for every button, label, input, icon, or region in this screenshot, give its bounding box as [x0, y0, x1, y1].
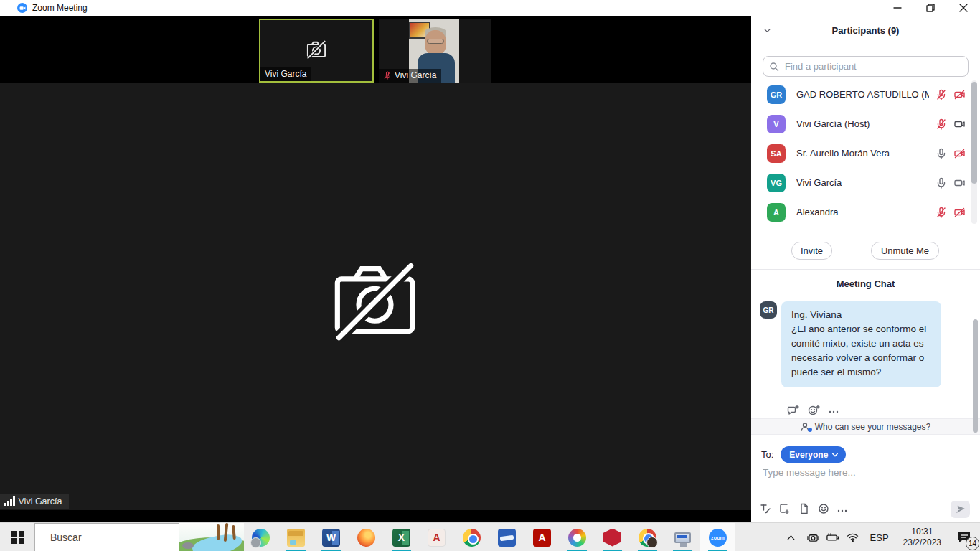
tray-clock[interactable]: 10:31 23/2/2023 [896, 523, 948, 551]
participant-list: GR GAD ROBERTO ASTUDILLO (Me) V Vivi Gar… [751, 80, 980, 227]
mic-on-icon [936, 148, 947, 159]
taskbar-edge-icon[interactable] [243, 523, 278, 551]
taskbar-search-input[interactable] [49, 531, 182, 544]
camera-on-icon [953, 177, 966, 189]
video-stage: Vivi García Vivi García [0, 16, 751, 522]
tray-language[interactable]: ESP [863, 523, 896, 551]
participant-name: GAD ROBERTO ASTUDILLO (Me) [796, 89, 929, 100]
taskbar-firefox-icon[interactable] [349, 523, 384, 551]
taskbar-word-icon[interactable]: W [314, 523, 349, 551]
windows-logo-icon [11, 531, 24, 544]
participant-name: Sr. Aurelio Morán Vera [796, 148, 890, 159]
avatar: GR [767, 85, 786, 104]
participant-name: Vivi García (Host) [796, 118, 870, 129]
participant-search[interactable] [763, 56, 969, 77]
participant-name: Alexandra [796, 207, 839, 217]
privacy-note-bar[interactable]: Who can see your messages? [751, 418, 980, 435]
section-divider [751, 269, 980, 270]
taskbar-bell-app-icon[interactable] [595, 523, 630, 551]
window-title: Zoom Meeting [32, 3, 88, 13]
participant-row[interactable]: GR GAD ROBERTO ASTUDILLO (Me) [751, 80, 980, 109]
title-bar: Zoom Meeting [0, 0, 980, 16]
participant-name: Vivi García [796, 177, 842, 188]
start-button[interactable] [4, 523, 32, 551]
thumbnail-name-label: Vivi García [379, 69, 441, 83]
participant-search-input[interactable] [783, 60, 962, 72]
notification-count-badge: 14 [966, 537, 979, 550]
avatar: A [767, 203, 786, 222]
search-highlight-image[interactable] [179, 523, 244, 551]
avatar: SA [767, 144, 786, 163]
muted-mic-icon [936, 207, 947, 218]
tray-action-center[interactable]: 14 [948, 523, 980, 551]
zoom-app-icon [17, 3, 27, 13]
taskbar-remote-pc-app-icon[interactable] [665, 523, 700, 551]
participant-row[interactable]: VG Vivi García [751, 168, 980, 197]
minimize-button[interactable] [881, 0, 914, 16]
tray-wifi-icon[interactable] [843, 523, 863, 551]
taskbar-excel-icon[interactable]: X [384, 523, 419, 551]
quote-reply-icon[interactable] [787, 405, 799, 415]
tray-battery-icon[interactable] [823, 523, 843, 551]
taskbar-search[interactable] [34, 523, 179, 551]
tray-date: 23/2/2023 [903, 537, 941, 548]
muted-mic-icon [383, 71, 392, 80]
camera-off-icon [953, 148, 966, 159]
zoom-meeting-window: Zoom Meeting [0, 0, 980, 551]
invite-button[interactable]: Invite [791, 242, 832, 260]
taskbar-chrome-icon[interactable] [454, 523, 489, 551]
taskbar: W X A A zoom ESP [0, 522, 980, 551]
screenshot-icon[interactable] [779, 503, 791, 514]
video-thumbnail-speaker[interactable]: Vivi García [379, 19, 491, 83]
muted-mic-icon [936, 89, 947, 100]
more-actions-icon[interactable] [829, 403, 839, 416]
video-thumbnail-active-speaker[interactable]: Vivi García [259, 19, 374, 83]
taskbar-chrome-profile-icon[interactable] [630, 523, 665, 551]
recipient-selector[interactable]: Everyone [781, 446, 846, 463]
tray-time: 10:31 [903, 527, 941, 537]
taskbar-colorwheel-app-icon[interactable] [560, 523, 595, 551]
chat-message-input[interactable] [761, 466, 962, 479]
avatar: V [767, 115, 786, 133]
emoji-icon[interactable] [818, 503, 829, 514]
chat-message-text: ¿El año anterior se conformo el comité m… [791, 322, 931, 380]
participant-row[interactable]: SA Sr. Aurelio Morán Vera [751, 138, 980, 168]
stage-bottom-strip [0, 510, 751, 522]
chat-message-bubble: Ing. Viviana ¿El año anterior se conform… [781, 301, 941, 387]
file-attach-icon[interactable] [798, 503, 810, 514]
taskbar-zoom-icon[interactable]: zoom [700, 523, 735, 551]
emoji-reaction-icon[interactable] [808, 405, 820, 415]
taskbar-scanner-icon[interactable] [489, 523, 524, 551]
participants-header: Participants (9) [751, 25, 980, 36]
side-panel: Participants (9) GR GAD ROBERTO ASTUDILL… [751, 16, 980, 522]
camera-off-icon [953, 207, 966, 218]
tray-show-hidden-icons[interactable] [779, 523, 804, 551]
chat-avatar: GR [760, 301, 777, 319]
collapse-participants-chevron-icon[interactable] [763, 26, 772, 35]
participant-row[interactable]: A Alexandra [751, 197, 980, 227]
self-name-label: Vivi García [0, 494, 69, 509]
restore-button[interactable] [914, 0, 947, 16]
connection-signal-icon [4, 496, 15, 506]
filmstrip: Vivi García Vivi García [0, 16, 751, 83]
taskbar-file-explorer-icon[interactable] [278, 523, 314, 551]
participants-scrollbar[interactable] [971, 82, 977, 184]
thumbnail-name-label: Vivi García [260, 67, 311, 81]
more-tools-icon[interactable] [837, 502, 847, 515]
send-message-button[interactable] [951, 501, 970, 518]
avatar: VG [767, 174, 786, 192]
camera-off-icon [953, 89, 966, 100]
to-label: To: [761, 449, 773, 460]
unmute-me-button[interactable]: Unmute Me [871, 242, 939, 260]
tray-camera-icon[interactable] [804, 523, 823, 551]
search-icon [769, 62, 779, 72]
taskbar-autocad-icon[interactable]: A [419, 523, 454, 551]
chat-scrollbar[interactable] [973, 319, 978, 433]
system-tray: ESP 10:31 23/2/2023 14 [779, 523, 980, 551]
taskbar-apps: W X A A zoom [243, 523, 735, 551]
taskbar-acrobat-icon[interactable]: A [524, 523, 560, 551]
format-text-icon[interactable] [760, 503, 771, 514]
participant-row[interactable]: V Vivi García (Host) [751, 109, 980, 138]
camera-off-icon [326, 249, 423, 346]
close-button[interactable] [947, 0, 980, 16]
